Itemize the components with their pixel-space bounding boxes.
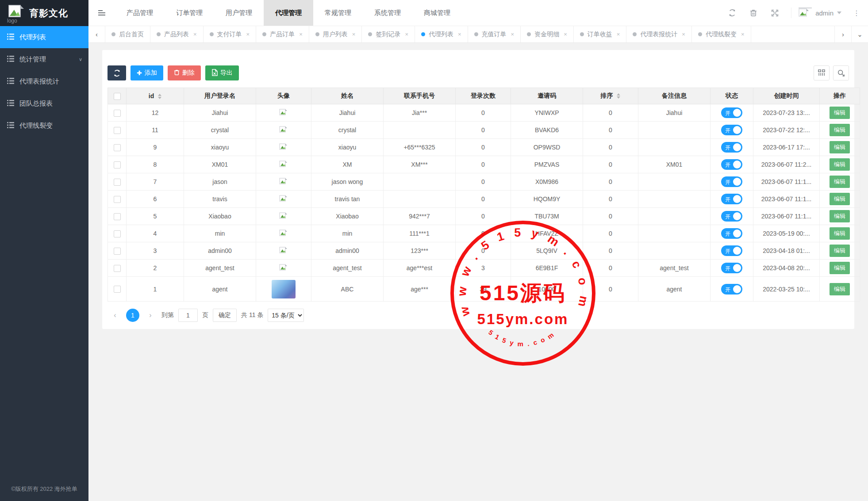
column-header[interactable]: 创建时间	[753, 88, 820, 104]
page-next-icon[interactable]: ›	[144, 309, 157, 322]
sidebar-collapse-icon[interactable]	[88, 0, 115, 26]
tab[interactable]: 资金明细 ×	[521, 26, 574, 42]
tab[interactable]: 代理线裂变 ×	[692, 26, 751, 42]
status-toggle[interactable]: 开	[721, 228, 742, 239]
tab-close-icon[interactable]: ×	[352, 31, 356, 38]
top-nav-item[interactable]: 系统管理	[363, 0, 412, 26]
sidebar-item[interactable]: 代理表报统计 ∨	[0, 70, 88, 92]
column-header[interactable]: id	[127, 88, 184, 104]
row-checkbox[interactable]	[114, 248, 121, 255]
trash-icon[interactable]	[749, 8, 758, 18]
top-nav-item[interactable]: 用户管理	[214, 0, 264, 26]
edit-button[interactable]: 编辑	[830, 141, 850, 153]
export-button[interactable]: 导出	[205, 65, 239, 80]
fullscreen-icon[interactable]	[770, 8, 780, 18]
per-page-select[interactable]: 15 条/页	[268, 309, 304, 322]
tab[interactable]: 签到记录 ×	[362, 26, 415, 42]
edit-button[interactable]: 编辑	[830, 245, 850, 257]
tab[interactable]: 用户列表 ×	[309, 26, 362, 42]
tab-close-icon[interactable]: ×	[405, 31, 408, 38]
tabs-scroll-left-icon[interactable]: ‹	[88, 26, 105, 42]
page-number-current[interactable]: 1	[126, 309, 139, 322]
top-nav-item[interactable]: 代理管理	[264, 0, 313, 26]
select-all-checkbox[interactable]	[114, 93, 121, 100]
delete-button[interactable]: 删除	[168, 65, 201, 80]
page-prev-icon[interactable]: ‹	[108, 309, 122, 322]
sidebar-item[interactable]: 代理线裂变 ∨	[0, 115, 88, 137]
status-toggle[interactable]: 开	[721, 245, 742, 256]
status-toggle[interactable]: 开	[721, 159, 742, 170]
tab-close-icon[interactable]: ×	[617, 31, 620, 38]
row-checkbox[interactable]	[114, 179, 121, 186]
row-checkbox[interactable]	[114, 286, 121, 293]
tab-close-icon[interactable]: ×	[458, 31, 461, 38]
refresh-icon[interactable]	[727, 8, 737, 18]
row-checkbox[interactable]	[114, 110, 121, 117]
column-header[interactable]: 邀请码	[511, 88, 583, 104]
sort-icon[interactable]	[617, 93, 620, 99]
column-header[interactable]: 排序	[583, 88, 638, 104]
row-checkbox[interactable]	[114, 161, 121, 168]
tab-close-icon[interactable]: ×	[511, 31, 515, 38]
edit-button[interactable]: 编辑	[830, 124, 850, 136]
tab[interactable]: 产品订单 ×	[256, 26, 309, 42]
sidebar-item[interactable]: 统计管理 ∨	[0, 48, 88, 70]
goto-page-input[interactable]	[178, 309, 198, 322]
column-header[interactable]: 联系手机号	[384, 88, 456, 104]
tabs-scroll-right-icon[interactable]: ›	[834, 26, 851, 42]
edit-button[interactable]: 编辑	[830, 283, 850, 295]
user-menu[interactable]: admin	[791, 8, 841, 18]
row-checkbox[interactable]	[114, 265, 121, 272]
edit-button[interactable]: 编辑	[830, 158, 850, 171]
status-toggle[interactable]: 开	[721, 211, 742, 222]
status-toggle[interactable]: 开	[721, 194, 742, 204]
tab[interactable]: 订单收益 ×	[574, 26, 627, 42]
tab[interactable]: 支付订单 ×	[204, 26, 257, 42]
column-header[interactable]: 姓名	[311, 88, 384, 104]
sort-icon[interactable]	[158, 94, 161, 99]
more-options-icon[interactable]: ⋮	[853, 9, 860, 17]
goto-confirm-button[interactable]: 确定	[213, 309, 237, 322]
tab-close-icon[interactable]: ×	[193, 31, 197, 38]
edit-button[interactable]: 编辑	[830, 227, 850, 240]
row-checkbox[interactable]	[114, 213, 121, 220]
sidebar-item[interactable]: 团队总报表 ∨	[0, 92, 88, 115]
column-header[interactable]: 备注信息	[638, 88, 711, 104]
column-settings-button[interactable]	[814, 65, 830, 80]
tab-close-icon[interactable]: ×	[682, 31, 685, 38]
edit-button[interactable]: 编辑	[830, 262, 850, 274]
row-checkbox[interactable]	[114, 127, 121, 134]
column-header[interactable]: 登录次数	[456, 88, 511, 104]
tab-close-icon[interactable]: ×	[299, 31, 303, 38]
search-zoom-button[interactable]	[833, 65, 849, 80]
tab[interactable]: 代理表报统计 ×	[626, 26, 692, 42]
tab[interactable]: 充值订单 ×	[468, 26, 521, 42]
edit-button[interactable]: 编辑	[830, 210, 850, 222]
status-toggle[interactable]: 开	[721, 176, 742, 187]
sidebar-item[interactable]: 代理列表 ∨	[0, 26, 88, 48]
top-nav-item[interactable]: 订单管理	[165, 0, 214, 26]
top-nav-item[interactable]: 商城管理	[412, 0, 462, 26]
refresh-table-button[interactable]	[108, 65, 126, 80]
column-header[interactable]: 用户登录名	[184, 88, 256, 104]
tabs-menu-icon[interactable]: ⌄	[851, 26, 868, 42]
column-header[interactable]: 操作	[820, 88, 860, 104]
tab-close-icon[interactable]: ×	[741, 31, 745, 38]
status-toggle[interactable]: 开	[721, 263, 742, 273]
tab[interactable]: 后台首页	[105, 26, 150, 42]
row-checkbox[interactable]	[114, 144, 121, 151]
tab[interactable]: 代理列表 ×	[415, 26, 468, 42]
row-checkbox[interactable]	[114, 230, 121, 237]
tab-close-icon[interactable]: ×	[564, 31, 567, 38]
tab[interactable]: 产品列表 ×	[150, 26, 204, 42]
row-checkbox[interactable]	[114, 196, 121, 203]
column-header[interactable]: 头像	[256, 88, 311, 104]
status-toggle[interactable]: 开	[721, 142, 742, 153]
top-nav-item[interactable]: 常规管理	[313, 0, 363, 26]
top-nav-item[interactable]: 产品管理	[115, 0, 165, 26]
tab-close-icon[interactable]: ×	[246, 31, 250, 38]
edit-button[interactable]: 编辑	[830, 193, 850, 205]
edit-button[interactable]: 编辑	[830, 176, 850, 188]
add-button[interactable]: ✚添加	[131, 65, 163, 80]
status-toggle[interactable]: 开	[721, 125, 742, 135]
